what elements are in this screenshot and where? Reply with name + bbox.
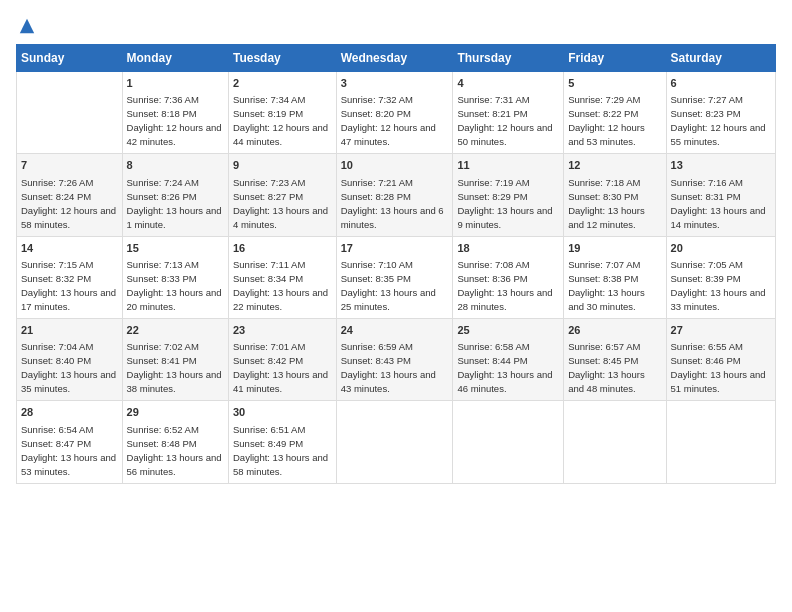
sunrise-text: Sunrise: 7:29 AMSunset: 8:22 PMDaylight:… [568,94,645,147]
sunrise-text: Sunrise: 7:27 AMSunset: 8:23 PMDaylight:… [671,94,766,147]
calendar-week-row: 14Sunrise: 7:15 AMSunset: 8:32 PMDayligh… [17,236,776,318]
sunrise-text: Sunrise: 7:18 AMSunset: 8:30 PMDaylight:… [568,177,645,230]
calendar-cell: 15Sunrise: 7:13 AMSunset: 8:33 PMDayligh… [122,236,228,318]
day-number: 14 [21,241,118,256]
sunrise-text: Sunrise: 7:11 AMSunset: 8:34 PMDaylight:… [233,259,328,312]
calendar-cell: 16Sunrise: 7:11 AMSunset: 8:34 PMDayligh… [229,236,337,318]
header-row: SundayMondayTuesdayWednesdayThursdayFrid… [17,44,776,71]
day-number: 25 [457,323,559,338]
calendar-cell: 24Sunrise: 6:59 AMSunset: 8:43 PMDayligh… [336,318,453,400]
day-number: 10 [341,158,449,173]
sunrise-text: Sunrise: 7:15 AMSunset: 8:32 PMDaylight:… [21,259,116,312]
day-number: 8 [127,158,224,173]
sunrise-text: Sunrise: 7:13 AMSunset: 8:33 PMDaylight:… [127,259,222,312]
sunrise-text: Sunrise: 7:32 AMSunset: 8:20 PMDaylight:… [341,94,436,147]
day-number: 21 [21,323,118,338]
calendar-cell: 21Sunrise: 7:04 AMSunset: 8:40 PMDayligh… [17,318,123,400]
calendar-cell [453,401,564,483]
day-number: 27 [671,323,771,338]
day-number: 12 [568,158,661,173]
calendar-cell: 18Sunrise: 7:08 AMSunset: 8:36 PMDayligh… [453,236,564,318]
day-number: 5 [568,76,661,91]
day-number: 19 [568,241,661,256]
sunrise-text: Sunrise: 7:31 AMSunset: 8:21 PMDaylight:… [457,94,552,147]
header [16,16,776,36]
calendar-cell: 19Sunrise: 7:07 AMSunset: 8:38 PMDayligh… [564,236,666,318]
calendar-cell: 8Sunrise: 7:24 AMSunset: 8:26 PMDaylight… [122,154,228,236]
header-day: Sunday [17,44,123,71]
calendar-cell: 29Sunrise: 6:52 AMSunset: 8:48 PMDayligh… [122,401,228,483]
calendar-cell [17,71,123,153]
calendar-cell: 10Sunrise: 7:21 AMSunset: 8:28 PMDayligh… [336,154,453,236]
calendar-week-row: 28Sunrise: 6:54 AMSunset: 8:47 PMDayligh… [17,401,776,483]
calendar-cell: 11Sunrise: 7:19 AMSunset: 8:29 PMDayligh… [453,154,564,236]
day-number: 2 [233,76,332,91]
day-number: 6 [671,76,771,91]
day-number: 23 [233,323,332,338]
sunrise-text: Sunrise: 7:04 AMSunset: 8:40 PMDaylight:… [21,341,116,394]
day-number: 13 [671,158,771,173]
calendar-cell: 30Sunrise: 6:51 AMSunset: 8:49 PMDayligh… [229,401,337,483]
day-number: 3 [341,76,449,91]
day-number: 26 [568,323,661,338]
calendar-cell: 6Sunrise: 7:27 AMSunset: 8:23 PMDaylight… [666,71,775,153]
sunrise-text: Sunrise: 6:57 AMSunset: 8:45 PMDaylight:… [568,341,645,394]
day-number: 29 [127,405,224,420]
calendar-cell: 1Sunrise: 7:36 AMSunset: 8:18 PMDaylight… [122,71,228,153]
calendar-cell: 7Sunrise: 7:26 AMSunset: 8:24 PMDaylight… [17,154,123,236]
calendar-cell [666,401,775,483]
logo [16,16,36,36]
calendar-cell: 9Sunrise: 7:23 AMSunset: 8:27 PMDaylight… [229,154,337,236]
day-number: 7 [21,158,118,173]
day-number: 9 [233,158,332,173]
calendar-cell: 17Sunrise: 7:10 AMSunset: 8:35 PMDayligh… [336,236,453,318]
header-day: Tuesday [229,44,337,71]
svg-marker-0 [20,19,34,33]
sunrise-text: Sunrise: 7:05 AMSunset: 8:39 PMDaylight:… [671,259,766,312]
day-number: 4 [457,76,559,91]
calendar-cell: 2Sunrise: 7:34 AMSunset: 8:19 PMDaylight… [229,71,337,153]
sunrise-text: Sunrise: 7:24 AMSunset: 8:26 PMDaylight:… [127,177,222,230]
sunrise-text: Sunrise: 6:52 AMSunset: 8:48 PMDaylight:… [127,424,222,477]
sunrise-text: Sunrise: 7:02 AMSunset: 8:41 PMDaylight:… [127,341,222,394]
day-number: 11 [457,158,559,173]
calendar-cell: 3Sunrise: 7:32 AMSunset: 8:20 PMDaylight… [336,71,453,153]
sunrise-text: Sunrise: 6:51 AMSunset: 8:49 PMDaylight:… [233,424,328,477]
sunrise-text: Sunrise: 7:34 AMSunset: 8:19 PMDaylight:… [233,94,328,147]
day-number: 16 [233,241,332,256]
calendar-week-row: 7Sunrise: 7:26 AMSunset: 8:24 PMDaylight… [17,154,776,236]
header-day: Thursday [453,44,564,71]
day-number: 1 [127,76,224,91]
sunrise-text: Sunrise: 7:08 AMSunset: 8:36 PMDaylight:… [457,259,552,312]
day-number: 18 [457,241,559,256]
sunrise-text: Sunrise: 6:54 AMSunset: 8:47 PMDaylight:… [21,424,116,477]
header-day: Monday [122,44,228,71]
sunrise-text: Sunrise: 6:58 AMSunset: 8:44 PMDaylight:… [457,341,552,394]
sunrise-text: Sunrise: 7:21 AMSunset: 8:28 PMDaylight:… [341,177,444,230]
calendar-cell: 27Sunrise: 6:55 AMSunset: 8:46 PMDayligh… [666,318,775,400]
calendar-cell: 20Sunrise: 7:05 AMSunset: 8:39 PMDayligh… [666,236,775,318]
calendar-cell: 26Sunrise: 6:57 AMSunset: 8:45 PMDayligh… [564,318,666,400]
calendar-cell: 5Sunrise: 7:29 AMSunset: 8:22 PMDaylight… [564,71,666,153]
calendar-cell: 13Sunrise: 7:16 AMSunset: 8:31 PMDayligh… [666,154,775,236]
calendar-table: SundayMondayTuesdayWednesdayThursdayFrid… [16,44,776,484]
day-number: 15 [127,241,224,256]
page: SundayMondayTuesdayWednesdayThursdayFrid… [0,0,792,494]
header-day: Wednesday [336,44,453,71]
calendar-cell: 25Sunrise: 6:58 AMSunset: 8:44 PMDayligh… [453,318,564,400]
header-day: Saturday [666,44,775,71]
sunrise-text: Sunrise: 7:10 AMSunset: 8:35 PMDaylight:… [341,259,436,312]
calendar-cell: 12Sunrise: 7:18 AMSunset: 8:30 PMDayligh… [564,154,666,236]
calendar-week-row: 21Sunrise: 7:04 AMSunset: 8:40 PMDayligh… [17,318,776,400]
sunrise-text: Sunrise: 7:19 AMSunset: 8:29 PMDaylight:… [457,177,552,230]
logo-text [16,16,36,36]
day-number: 20 [671,241,771,256]
day-number: 22 [127,323,224,338]
sunrise-text: Sunrise: 7:16 AMSunset: 8:31 PMDaylight:… [671,177,766,230]
sunrise-text: Sunrise: 6:55 AMSunset: 8:46 PMDaylight:… [671,341,766,394]
sunrise-text: Sunrise: 6:59 AMSunset: 8:43 PMDaylight:… [341,341,436,394]
calendar-cell: 23Sunrise: 7:01 AMSunset: 8:42 PMDayligh… [229,318,337,400]
sunrise-text: Sunrise: 7:36 AMSunset: 8:18 PMDaylight:… [127,94,222,147]
day-number: 17 [341,241,449,256]
sunrise-text: Sunrise: 7:01 AMSunset: 8:42 PMDaylight:… [233,341,328,394]
